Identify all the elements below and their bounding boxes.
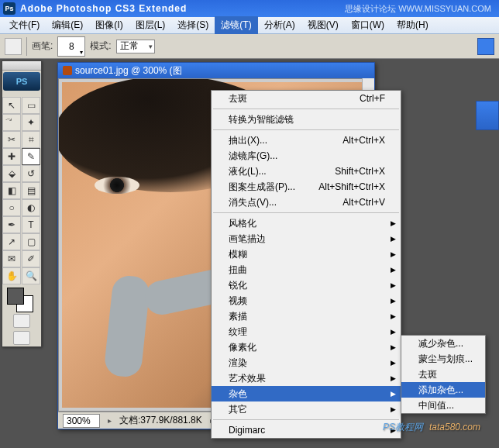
options-bar: 画笔: 8 模式: 正常 xyxy=(0,34,499,59)
eraser-tool[interactable]: ◧ xyxy=(2,182,21,199)
move-tool[interactable]: ↖ xyxy=(2,97,21,114)
menu-item-9[interactable]: 帮助(H) xyxy=(391,16,435,34)
menu-item-noise-1[interactable]: 蒙尘与划痕... xyxy=(401,351,485,367)
tool-palette: PS ↖▭⃕✦✂⌗✚✎⬙↺◧▤○◐✒T↗▢✉✐✋🔍 xyxy=(2,60,42,347)
watermark-bottom: PS教程网tata580.com xyxy=(383,419,480,434)
wand-tool[interactable]: ✦ xyxy=(22,114,40,131)
slice-tool[interactable]: ⌗ xyxy=(22,131,40,148)
filesize-label: 文档:377.9K/881.8K xyxy=(119,414,202,427)
watermark-top: 思缘设计论坛 WWW.MISSYUAN.COM xyxy=(345,3,491,15)
menu-item-g3-9[interactable]: 渲染▶ xyxy=(212,355,401,370)
menu-item-g3-5[interactable]: 视频▶ xyxy=(212,293,401,308)
crop-tool[interactable]: ✂ xyxy=(2,131,21,148)
mode-label: 模式: xyxy=(90,40,111,53)
brush-size-dropdown[interactable]: 8 xyxy=(57,36,85,57)
menubar: 文件(F)编辑(E)图像(I)图层(L)选择(S)滤镜(T)分析(A)视图(V)… xyxy=(0,17,499,34)
brush-label: 画笔: xyxy=(32,40,53,53)
menu-item-1[interactable]: 编辑(E) xyxy=(46,16,89,34)
menu-item-g3-2[interactable]: 模糊▶ xyxy=(212,246,401,262)
palette-well[interactable] xyxy=(476,101,499,130)
stamp-tool[interactable]: ⬙ xyxy=(2,165,21,182)
hand-tool[interactable]: ✋ xyxy=(2,267,21,284)
screenmode-button[interactable] xyxy=(13,331,30,345)
menu-item-5[interactable]: 滤镜(T) xyxy=(215,16,257,34)
blur-tool[interactable]: ○ xyxy=(2,199,21,216)
notes-tool[interactable]: ✉ xyxy=(2,250,21,267)
menu-item-g2-3[interactable]: 图案生成器(P)...Alt+Shift+Ctrl+X xyxy=(212,179,401,195)
menu-item-2[interactable]: 图像(I) xyxy=(89,16,129,34)
history-brush-tool[interactable]: ↺ xyxy=(22,165,40,182)
quickmask-button[interactable] xyxy=(13,314,30,328)
filter-menu: 去斑Ctrl+F转换为智能滤镜抽出(X)...Alt+Ctrl+X滤镜库(G).… xyxy=(211,90,401,439)
zoom-field[interactable]: 300% xyxy=(63,414,100,428)
document-title: source01.jpg @ 300% (图 xyxy=(75,64,182,78)
palette-toggle-button[interactable] xyxy=(477,38,494,55)
menu-item-g3-4[interactable]: 锐化▶ xyxy=(212,277,401,293)
menu-item-7[interactable]: 视图(V) xyxy=(301,16,345,34)
workspace: PS ↖▭⃕✦✂⌗✚✎⬙↺◧▤○◐✒T↗▢✉✐✋🔍 source01.jpg @… xyxy=(0,59,499,448)
status-arrow-icon[interactable]: ▸ xyxy=(108,416,112,425)
menu-item-noise-3[interactable]: 添加杂色... xyxy=(401,382,485,398)
ps-logo-button[interactable]: PS xyxy=(3,72,40,91)
tool-preset-button[interactable] xyxy=(5,38,22,55)
titlebar: Ps Adobe Photoshop CS3 Extended 思缘设计论坛 W… xyxy=(0,0,499,17)
brush-tool[interactable]: ✎ xyxy=(22,148,40,165)
menu-item-g2-1[interactable]: 滤镜库(G)... xyxy=(212,148,401,164)
menu-item-8[interactable]: 窗口(W) xyxy=(345,16,391,34)
shape-tool[interactable]: ▢ xyxy=(22,233,40,250)
menu-item-g3-0[interactable]: 风格化▶ xyxy=(212,215,401,231)
document-icon xyxy=(63,66,72,75)
menu-item-6[interactable]: 分析(A) xyxy=(258,16,301,34)
menu-item-0[interactable]: 文件(F) xyxy=(3,16,46,34)
menu-item-g3-8[interactable]: 像素化▶ xyxy=(212,339,401,355)
menu-item-g2-4[interactable]: 消失点(V)...Alt+Ctrl+V xyxy=(212,195,401,210)
lasso-tool[interactable]: ⃕ xyxy=(2,114,21,131)
palette-grip[interactable] xyxy=(2,61,41,71)
gradient-tool[interactable]: ▤ xyxy=(22,182,40,199)
menu-item-4[interactable]: 选择(S) xyxy=(171,16,215,34)
color-swatches[interactable] xyxy=(2,284,41,312)
menu-item-noise-0[interactable]: 减少杂色... xyxy=(401,336,485,351)
heal-tool[interactable]: ✚ xyxy=(2,148,21,165)
marquee-tool[interactable]: ▭ xyxy=(22,97,40,114)
menu-item-noise-4[interactable]: 中间值... xyxy=(401,398,485,413)
dodge-tool[interactable]: ◐ xyxy=(22,199,40,216)
menu-item-g3-3[interactable]: 扭曲▶ xyxy=(212,262,401,277)
menu-item-g2-0[interactable]: 抽出(X)...Alt+Ctrl+X xyxy=(212,133,401,148)
mode-dropdown[interactable]: 正常 xyxy=(116,40,155,53)
noise-submenu: 减少杂色...蒙尘与划痕...去斑添加杂色...中间值... xyxy=(401,335,486,414)
menu-item-g3-11[interactable]: 杂色▶ xyxy=(212,386,401,401)
menu-item-g3-7[interactable]: 纹理▶ xyxy=(212,324,401,339)
menu-item-g4-0[interactable]: Digimarc▶ xyxy=(212,422,401,438)
menu-item-convert[interactable]: 转换为智能滤镜 xyxy=(212,112,401,127)
menu-item-g2-2[interactable]: 液化(L)...Shift+Ctrl+X xyxy=(212,164,401,179)
app-title: Adobe Photoshop CS3 Extended xyxy=(20,3,345,14)
app-icon: Ps xyxy=(3,2,15,15)
menu-item-g3-6[interactable]: 素描▶ xyxy=(212,308,401,324)
foreground-color-swatch[interactable] xyxy=(7,288,24,305)
pen-tool[interactable]: ✒ xyxy=(2,216,21,233)
menu-item-noise-2[interactable]: 去斑 xyxy=(401,367,485,382)
menu-item-last-0[interactable]: 去斑Ctrl+F xyxy=(212,91,401,106)
menu-item-g3-1[interactable]: 画笔描边▶ xyxy=(212,231,401,246)
menu-item-3[interactable]: 图层(L) xyxy=(129,16,172,34)
menu-item-g3-12[interactable]: 其它▶ xyxy=(212,401,401,417)
zoom-tool[interactable]: 🔍 xyxy=(22,267,40,284)
document-titlebar[interactable]: source01.jpg @ 300% (图 xyxy=(58,63,374,78)
path-tool[interactable]: ↗ xyxy=(2,233,21,250)
eyedropper-tool[interactable]: ✐ xyxy=(22,250,40,267)
menu-item-g3-10[interactable]: 艺术效果▶ xyxy=(212,370,401,386)
type-tool[interactable]: T xyxy=(22,216,40,233)
